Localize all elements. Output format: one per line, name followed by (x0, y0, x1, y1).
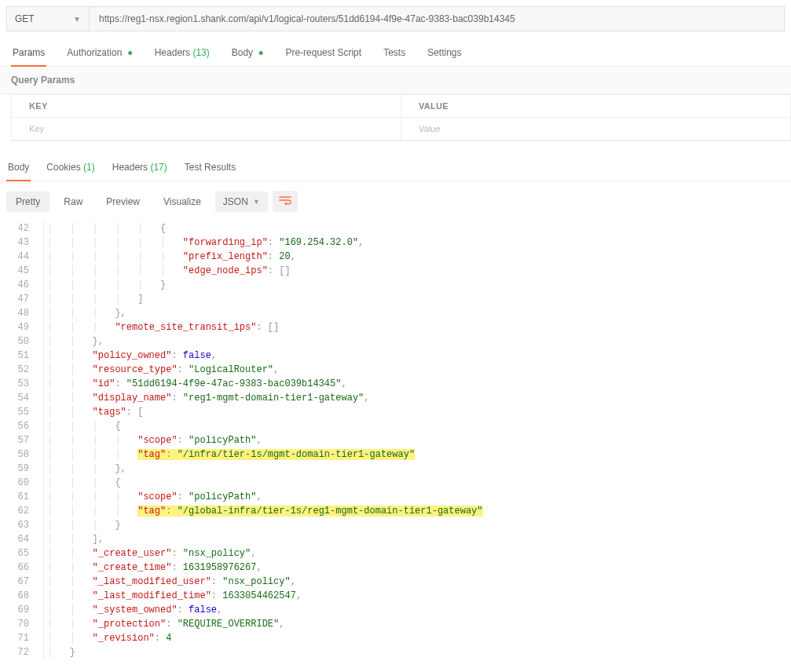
code-line: 45│ │ │ │ │ │ "edge_node_ips": [] (0, 264, 791, 278)
value-input[interactable]: Value (401, 118, 791, 141)
code-content: │ │ "id": "51dd6194-4f9e-47ac-9383-bac03… (47, 377, 791, 391)
response-tab-testresults[interactable]: Test Results (183, 157, 237, 181)
code-content: │ │ │ │ "tag": "/infra/tier-1s/mgmt-doma… (47, 447, 791, 462)
line-number: 43 (0, 236, 44, 250)
code-content: │ │ "policy_owned": false, (47, 349, 791, 363)
response-tabs: Body Cookies (1) Headers (17) Test Resul… (0, 141, 791, 181)
code-content: │ │ │ "remote_site_transit_ips": [] (47, 320, 791, 334)
preview-button[interactable]: Preview (97, 192, 149, 212)
response-tab-cookies[interactable]: Cookies (1) (45, 157, 96, 181)
line-number: 50 (0, 334, 44, 349)
response-tab-body[interactable]: Body (6, 157, 31, 181)
line-number: 61 (0, 490, 44, 504)
code-content: │ │ "tags": [ (47, 405, 791, 419)
line-number: 66 (0, 561, 44, 575)
response-toolbar: Pretty Raw Preview Visualize JSON ▼ (0, 181, 791, 221)
chevron-down-icon: ▼ (253, 198, 260, 206)
code-content: │ │ │ │ │ │ "forwarding_ip": "169.254.32… (47, 236, 791, 250)
code-line: 52│ │ "resource_type": "LogicalRouter", (0, 363, 791, 377)
code-content: │ │ │ }, (47, 462, 791, 476)
line-number: 59 (0, 462, 44, 476)
code-content: │ │ "_system_owned": false, (47, 603, 791, 617)
tab-body[interactable]: Body • (230, 42, 265, 66)
resp-headers-label: Headers (112, 162, 148, 173)
code-line: 51│ │ "policy_owned": false, (0, 349, 791, 363)
code-line: 55│ │ "tags": [ (0, 405, 791, 419)
visualize-button[interactable]: Visualize (154, 192, 211, 212)
tab-settings[interactable]: Settings (426, 42, 463, 66)
code-line: 72│ } (0, 645, 791, 659)
code-line: 67│ │ "_last_modified_user": "nsx_policy… (0, 575, 791, 589)
code-line: 63│ │ │ } (0, 518, 791, 532)
chevron-down-icon: ▼ (73, 15, 81, 24)
tab-params[interactable]: Params (11, 42, 46, 66)
code-content: │ │ │ │ │ } (47, 278, 791, 292)
code-line: 66│ │ "_create_time": 1631958976267, (0, 561, 791, 575)
line-number: 42 (0, 221, 44, 236)
code-line: 70│ │ "_protection": "REQUIRE_OVERRIDE", (0, 617, 791, 631)
wrap-lines-button[interactable] (273, 191, 298, 212)
code-content: │ │ │ { (47, 476, 791, 490)
code-content: │ │ │ │ │ { (47, 221, 791, 236)
url-input[interactable] (90, 6, 785, 31)
code-line: 58│ │ │ │ "tag": "/infra/tier-1s/mgmt-do… (0, 447, 791, 462)
code-content: │ │ │ │ "scope": "policyPath", (47, 490, 791, 504)
code-line: 56│ │ │ { (0, 419, 791, 433)
code-content: │ │ │ │ "tag": "/global-infra/tier-1s/re… (47, 504, 791, 518)
line-number: 58 (0, 447, 44, 462)
line-number: 72 (0, 645, 44, 659)
format-select[interactable]: JSON ▼ (215, 192, 268, 212)
raw-button[interactable]: Raw (54, 192, 92, 212)
code-line: 62│ │ │ │ "tag": "/global-infra/tier-1s/… (0, 504, 791, 518)
params-table: KEY VALUE Key Value (11, 94, 791, 141)
dot-icon: • (255, 46, 263, 61)
line-number: 46 (0, 278, 44, 292)
tab-body-label: Body (232, 47, 253, 58)
code-content: │ │ "_create_user": "nsx_policy", (47, 546, 791, 561)
code-line: 46│ │ │ │ │ } (0, 278, 791, 292)
line-number: 71 (0, 631, 44, 645)
tab-prerequest[interactable]: Pre-request Script (284, 42, 363, 66)
code-line: 69│ │ "_system_owned": false, (0, 603, 791, 617)
tab-auth-label: Authorization (67, 47, 122, 58)
response-tab-headers[interactable]: Headers (17) (111, 157, 169, 181)
resp-headers-count: (17) (150, 162, 167, 173)
line-number: 49 (0, 320, 44, 334)
tab-headers-label: Headers (155, 47, 190, 58)
code-line: 65│ │ "_create_user": "nsx_policy", (0, 546, 791, 561)
code-content: │ │ "_protection": "REQUIRE_OVERRIDE", (47, 617, 791, 631)
code-line: 64│ │ ], (0, 532, 791, 546)
http-method-select[interactable]: GET ▼ (6, 6, 90, 31)
code-content: │ │ "_last_modified_time": 1633054462547… (47, 589, 791, 603)
line-number: 44 (0, 250, 44, 264)
pretty-button[interactable]: Pretty (6, 192, 49, 212)
code-content: │ } (47, 645, 791, 659)
code-content: │ │ │ │ │ │ "prefix_length": 20, (47, 250, 791, 264)
column-key-header: KEY (12, 95, 401, 118)
code-line: 57│ │ │ │ "scope": "policyPath", (0, 433, 791, 447)
line-number: 53 (0, 377, 44, 391)
code-content: │ │ │ }, (47, 306, 791, 320)
code-content: │ │ "_last_modified_user": "nsx_policy", (47, 575, 791, 589)
response-body-code[interactable]: 42│ │ │ │ │ {43│ │ │ │ │ │ "forwarding_i… (0, 221, 791, 672)
line-number: 67 (0, 575, 44, 589)
code-content: │ │ }, (47, 334, 791, 349)
line-number: 47 (0, 292, 44, 306)
cookies-label: Cookies (46, 162, 80, 173)
line-number: 55 (0, 405, 44, 419)
tab-authorization[interactable]: Authorization • (65, 42, 134, 66)
line-number: 52 (0, 363, 44, 377)
line-number: 60 (0, 476, 44, 490)
tab-headers-count: (13) (192, 47, 209, 58)
query-params-header: Query Params (0, 67, 791, 94)
line-number: 62 (0, 504, 44, 518)
wrap-icon (279, 195, 291, 205)
tab-tests[interactable]: Tests (382, 42, 407, 66)
code-content: │ │ │ │ ] (47, 292, 791, 306)
key-input[interactable]: Key (12, 118, 401, 141)
code-line: 59│ │ │ }, (0, 462, 791, 476)
request-bar: GET ▼ (0, 0, 791, 31)
line-number: 68 (0, 589, 44, 603)
tab-headers[interactable]: Headers (13) (153, 42, 211, 66)
request-tabs: Params Authorization • Headers (13) Body… (0, 31, 791, 67)
